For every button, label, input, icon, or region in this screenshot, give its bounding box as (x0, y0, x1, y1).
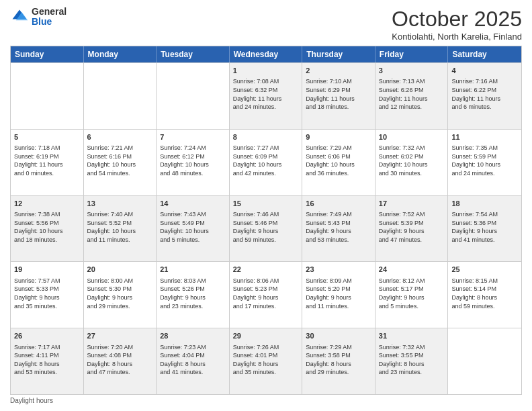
logo: General Blue (10, 7, 66, 28)
cal-header-day: Thursday (302, 46, 375, 62)
calendar-body: 1Sunrise: 7:08 AMSunset: 6:32 PMDaylight… (11, 62, 521, 394)
cell-content: Sunrise: 7:32 AMSunset: 6:02 PMDaylight:… (379, 144, 445, 177)
cell-content: Sunrise: 7:35 AMSunset: 5:59 PMDaylight:… (451, 144, 518, 177)
day-number: 16 (306, 199, 371, 209)
cal-cell: 9Sunrise: 7:29 AMSunset: 6:06 PMDaylight… (302, 130, 375, 195)
cell-content: Sunrise: 8:03 AMSunset: 5:26 PMDaylight:… (160, 277, 226, 310)
cell-content: Sunrise: 7:40 AMSunset: 5:52 PMDaylight:… (87, 210, 153, 244)
cell-content: Sunrise: 7:32 AMSunset: 3:55 PMDaylight:… (379, 343, 445, 377)
day-number: 4 (451, 66, 518, 76)
cell-content: Sunrise: 7:23 AMSunset: 4:04 PMDaylight:… (160, 343, 226, 377)
cal-cell: 30Sunrise: 7:29 AMSunset: 3:58 PMDayligh… (302, 328, 375, 394)
cell-content: Sunrise: 7:43 AMSunset: 5:49 PMDaylight:… (160, 210, 226, 244)
cell-content: Sunrise: 8:09 AMSunset: 5:20 PMDaylight:… (306, 277, 371, 310)
cal-cell: 25Sunrise: 8:15 AMSunset: 5:14 PMDayligh… (448, 262, 521, 328)
cell-content: Sunrise: 7:18 AMSunset: 6:19 PMDaylight:… (14, 144, 80, 177)
cell-content: Sunrise: 8:06 AMSunset: 5:23 PMDaylight:… (233, 277, 299, 310)
logo-icon (10, 7, 29, 26)
day-number: 6 (87, 132, 153, 142)
cal-cell: 29Sunrise: 7:26 AMSunset: 4:01 PMDayligh… (230, 328, 303, 394)
cal-header-day: Wednesday (230, 46, 303, 62)
day-number: 25 (451, 265, 518, 275)
title-block: October 2025 Kontiolahti, North Karelia,… (392, 7, 522, 42)
cell-content: Sunrise: 8:15 AMSunset: 5:14 PMDaylight:… (451, 277, 518, 310)
day-number: 9 (306, 132, 371, 142)
cal-cell: 14Sunrise: 7:43 AMSunset: 5:49 PMDayligh… (157, 196, 230, 262)
cal-week-row: 5Sunrise: 7:18 AMSunset: 6:19 PMDaylight… (11, 129, 521, 195)
cell-content: Sunrise: 7:46 AMSunset: 5:46 PMDaylight:… (233, 210, 299, 244)
cal-cell: 16Sunrise: 7:49 AMSunset: 5:43 PMDayligh… (302, 196, 375, 262)
footer-note: Daylight hours (10, 397, 522, 404)
cal-cell (84, 63, 157, 129)
cell-content: Sunrise: 7:49 AMSunset: 5:43 PMDaylight:… (306, 210, 371, 244)
cal-cell: 31Sunrise: 7:32 AMSunset: 3:55 PMDayligh… (375, 328, 449, 394)
cal-week-row: 19Sunrise: 7:57 AMSunset: 5:33 PMDayligh… (11, 261, 521, 328)
day-number: 15 (233, 199, 299, 209)
cal-cell: 4Sunrise: 7:16 AMSunset: 6:22 PMDaylight… (448, 63, 521, 129)
cell-content: Sunrise: 7:16 AMSunset: 6:22 PMDaylight:… (451, 77, 518, 111)
day-number: 14 (160, 199, 226, 209)
cal-header-day: Saturday (448, 46, 521, 62)
cal-cell: 6Sunrise: 7:21 AMSunset: 6:16 PMDaylight… (84, 130, 157, 195)
day-number: 26 (14, 331, 80, 341)
cal-cell: 23Sunrise: 8:09 AMSunset: 5:20 PMDayligh… (302, 262, 375, 328)
day-number: 11 (451, 132, 518, 142)
day-number: 19 (14, 265, 80, 275)
cal-week-row: 1Sunrise: 7:08 AMSunset: 6:32 PMDaylight… (11, 62, 521, 129)
cal-cell: 1Sunrise: 7:08 AMSunset: 6:32 PMDaylight… (230, 63, 303, 129)
day-number: 31 (379, 331, 445, 341)
day-number: 5 (14, 132, 80, 142)
calendar: SundayMondayTuesdayWednesdayThursdayFrid… (10, 46, 522, 395)
cal-header-day: Monday (84, 46, 157, 62)
month-title: October 2025 (392, 7, 522, 32)
day-number: 30 (306, 331, 371, 341)
cal-cell: 2Sunrise: 7:10 AMSunset: 6:29 PMDaylight… (302, 63, 375, 129)
logo-text: General Blue (32, 7, 66, 28)
cal-cell: 19Sunrise: 7:57 AMSunset: 5:33 PMDayligh… (11, 262, 84, 328)
cal-cell (157, 63, 230, 129)
day-number: 27 (87, 331, 153, 341)
cal-cell: 8Sunrise: 7:27 AMSunset: 6:09 PMDaylight… (230, 130, 303, 195)
day-number: 1 (233, 66, 299, 76)
cell-content: Sunrise: 7:21 AMSunset: 6:16 PMDaylight:… (87, 144, 153, 177)
cal-cell (11, 63, 84, 129)
cal-cell: 24Sunrise: 8:12 AMSunset: 5:17 PMDayligh… (375, 262, 449, 328)
day-number: 20 (87, 265, 153, 275)
cell-content: Sunrise: 7:29 AMSunset: 3:58 PMDaylight:… (306, 343, 371, 377)
cell-content: Sunrise: 8:00 AMSunset: 5:30 PMDaylight:… (87, 277, 153, 310)
cal-header-day: Friday (375, 46, 449, 62)
cal-cell: 17Sunrise: 7:52 AMSunset: 5:39 PMDayligh… (375, 196, 449, 262)
cell-content: Sunrise: 7:17 AMSunset: 4:11 PMDaylight:… (14, 343, 80, 377)
cell-content: Sunrise: 7:38 AMSunset: 5:56 PMDaylight:… (14, 210, 80, 244)
day-number: 8 (233, 132, 299, 142)
day-number: 13 (87, 199, 153, 209)
cal-cell: 22Sunrise: 8:06 AMSunset: 5:23 PMDayligh… (230, 262, 303, 328)
day-number: 28 (160, 331, 226, 341)
day-number: 22 (233, 265, 299, 275)
cell-content: Sunrise: 7:20 AMSunset: 4:08 PMDaylight:… (87, 343, 153, 377)
day-number: 10 (379, 132, 445, 142)
cal-cell (448, 328, 521, 394)
location-subtitle: Kontiolahti, North Karelia, Finland (392, 32, 522, 42)
cal-week-row: 26Sunrise: 7:17 AMSunset: 4:11 PMDayligh… (11, 328, 521, 394)
cal-week-row: 12Sunrise: 7:38 AMSunset: 5:56 PMDayligh… (11, 195, 521, 262)
calendar-header: SundayMondayTuesdayWednesdayThursdayFrid… (11, 46, 521, 62)
day-number: 18 (451, 199, 518, 209)
cal-cell: 3Sunrise: 7:13 AMSunset: 6:26 PMDaylight… (375, 63, 449, 129)
cell-content: Sunrise: 7:24 AMSunset: 6:12 PMDaylight:… (160, 144, 226, 177)
cell-content: Sunrise: 8:12 AMSunset: 5:17 PMDaylight:… (379, 277, 445, 310)
cal-cell: 27Sunrise: 7:20 AMSunset: 4:08 PMDayligh… (84, 328, 157, 394)
cell-content: Sunrise: 7:52 AMSunset: 5:39 PMDaylight:… (379, 210, 445, 244)
cal-header-day: Tuesday (157, 46, 230, 62)
cal-cell: 18Sunrise: 7:54 AMSunset: 5:36 PMDayligh… (448, 196, 521, 262)
cal-cell: 7Sunrise: 7:24 AMSunset: 6:12 PMDaylight… (157, 130, 230, 195)
cal-cell: 13Sunrise: 7:40 AMSunset: 5:52 PMDayligh… (84, 196, 157, 262)
cal-cell: 21Sunrise: 8:03 AMSunset: 5:26 PMDayligh… (157, 262, 230, 328)
cal-cell: 26Sunrise: 7:17 AMSunset: 4:11 PMDayligh… (11, 328, 84, 394)
cal-cell: 12Sunrise: 7:38 AMSunset: 5:56 PMDayligh… (11, 196, 84, 262)
cal-cell: 5Sunrise: 7:18 AMSunset: 6:19 PMDaylight… (11, 130, 84, 195)
cal-cell: 20Sunrise: 8:00 AMSunset: 5:30 PMDayligh… (84, 262, 157, 328)
day-number: 3 (379, 66, 445, 76)
cell-content: Sunrise: 7:54 AMSunset: 5:36 PMDaylight:… (451, 210, 518, 244)
day-number: 21 (160, 265, 226, 275)
